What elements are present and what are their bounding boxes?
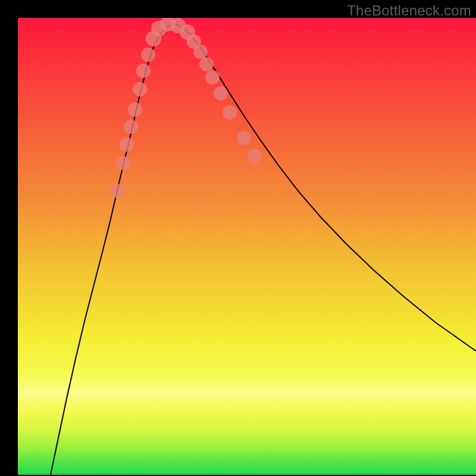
curve-marker [141, 48, 155, 62]
curve-marker [199, 57, 214, 71]
curve-marker [214, 86, 228, 101]
curve-marker [110, 184, 124, 198]
curve-marker [128, 102, 142, 117]
curve-marker [248, 149, 262, 163]
curve-marker [120, 137, 134, 152]
curve-marker [205, 70, 220, 84]
curve-marker [223, 105, 237, 120]
curve-marker [124, 120, 138, 134]
curve-marker [193, 45, 208, 59]
curve-marker [133, 82, 147, 96]
watermark-label: TheBottleneck.com [347, 2, 471, 19]
bottleneck-chart [18, 18, 476, 475]
chart-frame: TheBottleneck.com [0, 0, 476, 476]
curve-marker [116, 156, 130, 170]
curve-marker [237, 131, 251, 145]
curve-marker [136, 64, 151, 78]
chart-background [18, 18, 476, 475]
plot-area [18, 18, 476, 475]
